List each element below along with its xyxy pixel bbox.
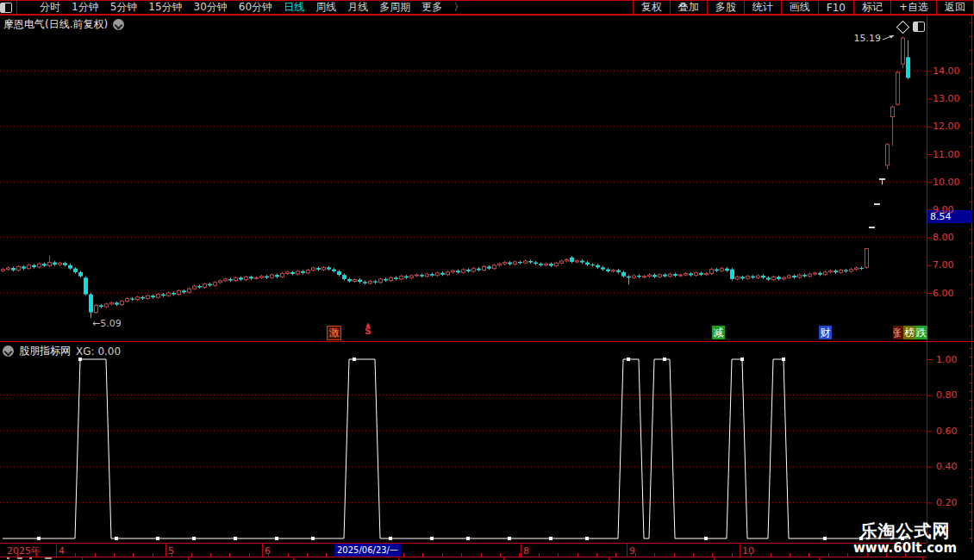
period-tab-〉[interactable]: 〉	[453, 0, 464, 15]
price-label-9.00: 9.00	[933, 205, 954, 215]
app-window: 分时1分钟5分钟15分钟30分钟60分钟日线周线月线多周期更多〉 复权叠加多股统…	[0, 0, 974, 560]
price-label-10.00: 10.00	[933, 177, 960, 187]
indicator-label-0.80: 0.80	[936, 390, 958, 400]
toolbar-button-F10[interactable]: F10	[818, 1, 853, 14]
watermark-url: www.60lt.com	[852, 541, 958, 556]
indicator-label-0.20: 0.20	[936, 498, 958, 507]
event-badge-财[interactable]: 财	[819, 326, 832, 339]
year-label: 2025年	[7, 546, 41, 556]
event-badge-S[interactable]: ▲S	[362, 322, 374, 339]
high-price-annotation: 15.19	[849, 33, 881, 44]
period-tab-月线[interactable]: 月线	[347, 0, 368, 15]
period-tab-15分钟[interactable]: 15分钟	[148, 0, 182, 15]
indicator-label-0.40: 0.40	[936, 462, 958, 471]
low-price-annotation: ←5.09	[92, 318, 122, 329]
price-label-6.00: 6.00	[933, 289, 954, 298]
month-label-8: 8	[523, 546, 529, 556]
event-badge-激[interactable]: 激	[327, 326, 341, 340]
toolbar-button-画线[interactable]: 画线	[781, 1, 818, 14]
top-toolbar: 分时1分钟5分钟15分钟30分钟60分钟日线周线月线多周期更多〉 复权叠加多股统…	[0, 0, 974, 15]
price-label-8.00: 8.00	[933, 233, 954, 242]
price-label-11.00: 11.00	[933, 150, 960, 159]
period-tabs: 分时1分钟5分钟15分钟30分钟60分钟日线周线月线多周期更多〉	[17, 0, 633, 15]
watermark-name: 乐淘公式网	[852, 520, 958, 541]
indicator-name[interactable]: 股朋指标网	[19, 344, 71, 358]
stock-title: 摩恩电气(日线.前复权)	[3, 17, 108, 32]
toolbar-button-多股[interactable]: 多股	[707, 1, 744, 14]
price-label-7.00: 7.00	[933, 260, 954, 270]
price-label-13.00: 13.00	[933, 94, 960, 103]
month-label-5: 5	[168, 546, 174, 556]
crosshair-date-box: 2025/06/23/一	[334, 544, 401, 557]
event-badge-跌[interactable]: 跌	[915, 326, 927, 339]
toolbar-button-统计[interactable]: 统计	[744, 1, 781, 14]
event-badge-减[interactable]: 减	[712, 326, 725, 339]
maximize-panel-icon[interactable]	[913, 22, 925, 32]
chart-canvas	[0, 0, 974, 560]
event-badge-涨[interactable]: 涨	[893, 326, 903, 339]
toolbar-actions: 复权叠加多股统计画线F10标记+自选返回	[633, 1, 974, 14]
toolbar-button-+自选[interactable]: +自选	[890, 1, 936, 14]
period-tab-5分钟[interactable]: 5分钟	[110, 0, 138, 15]
period-tab-多周期[interactable]: 多周期	[379, 0, 410, 15]
indicator-label-0.60: 0.60	[936, 426, 958, 436]
month-label-9: 9	[629, 546, 635, 556]
indicator-header: 股朋指标网 XG: 0.00	[3, 344, 121, 358]
toolbar-button-返回[interactable]: 返回	[936, 1, 974, 14]
month-label-4: 4	[59, 546, 65, 556]
period-tab-60分钟[interactable]: 60分钟	[239, 0, 272, 15]
period-tab-周线[interactable]: 周线	[315, 0, 336, 15]
month-label-6: 6	[265, 546, 271, 556]
chevron-down-icon[interactable]	[3, 345, 14, 357]
price-label-14.00: 14.00	[933, 66, 960, 76]
stock-title-row: 摩恩电气(日线.前复权)	[3, 17, 124, 32]
indicator-label-1.00: 1.00	[936, 355, 958, 364]
price-label-12.00: 12.00	[933, 121, 960, 131]
toolbar-button-复权[interactable]: 复权	[633, 1, 670, 14]
watermark: 乐淘公式网 www.60lt.com	[852, 520, 958, 556]
period-tab-1分钟[interactable]: 1分钟	[72, 0, 99, 15]
period-tab-更多[interactable]: 更多	[421, 0, 442, 15]
chevron-down-icon[interactable]	[113, 19, 124, 30]
period-tab-分时[interactable]: 分时	[40, 0, 60, 15]
month-label-10: 10	[742, 546, 754, 556]
period-tab-30分钟[interactable]: 30分钟	[194, 0, 228, 15]
panel-layout-icon[interactable]	[0, 3, 12, 13]
toolbar-button-标记[interactable]: 标记	[853, 1, 890, 14]
toolbar-button-叠加[interactable]: 叠加	[670, 1, 707, 14]
indicator-value: XG: 0.00	[76, 345, 121, 358]
period-tab-日线[interactable]: 日线	[284, 0, 304, 15]
